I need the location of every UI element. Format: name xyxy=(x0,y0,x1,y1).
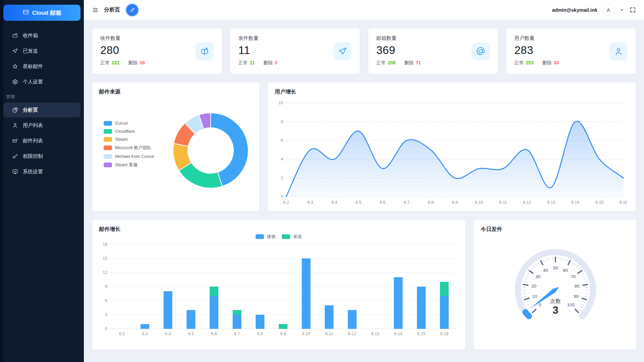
legend-item[interactable]: Cursor xyxy=(104,121,169,126)
sidebar-item-收件箱[interactable]: 收件箱 xyxy=(3,28,80,43)
bar-legend: 接收发送 xyxy=(99,234,459,240)
svg-text:6.10: 6.10 xyxy=(475,200,483,205)
sidebar-item-label: 收件箱 xyxy=(23,33,38,39)
svg-text:6.7: 6.7 xyxy=(234,331,240,336)
legend-item[interactable]: 接收 xyxy=(256,234,276,240)
legend-label: Steam xyxy=(115,137,128,142)
svg-text:10: 10 xyxy=(532,294,537,299)
dashboard-screen: Cloud 邮箱 收件箱已发送星标邮件个人设置管理分析页用户列表邮件列表权限控制… xyxy=(0,0,644,362)
stat-sub: 正常222 删除58 xyxy=(100,60,145,66)
content: 收件数量 280 正常222 删除58 发件数量 11 正常1 xyxy=(84,20,644,362)
stat-card-inbox: 收件数量 280 正常222 删除58 xyxy=(92,28,222,74)
svg-text:6.8: 6.8 xyxy=(428,200,433,205)
page-title: 分析页 xyxy=(104,6,120,13)
legend-swatch xyxy=(104,154,112,159)
svg-text:18: 18 xyxy=(103,242,107,247)
svg-text:0: 0 xyxy=(105,326,107,331)
mail-growth-bar-chart[interactable]: 03691215186.26.36.46.56.66.76.86.96.106.… xyxy=(99,241,459,338)
legend-swatch xyxy=(104,121,112,126)
sidebar: Cloud 邮箱 收件箱已发送星标邮件个人设置管理分析页用户列表邮件列表权限控制… xyxy=(0,0,84,362)
donut-legend: CursorCloudflareSteamMicrosoft 帐户团队Micha… xyxy=(99,119,169,181)
svg-text:90: 90 xyxy=(574,294,579,299)
chart-title: 用户增长 xyxy=(275,88,629,96)
sidebar-item-权限控制[interactable]: 权限控制 xyxy=(3,149,80,164)
user-email: admin@skymail.ink xyxy=(552,7,597,13)
stat-sub: 正常11 删除0 xyxy=(238,60,278,66)
stat-value: 280 xyxy=(100,44,145,57)
main-area: 分析页 admin@skymail.ink A 收件数量 280 正常222 删… xyxy=(84,0,644,362)
stat-value: 283 xyxy=(515,44,559,57)
svg-text:30: 30 xyxy=(535,274,540,279)
mail-list-icon xyxy=(12,138,18,144)
svg-text:6.4: 6.4 xyxy=(331,200,337,205)
svg-text:40: 40 xyxy=(543,267,548,273)
stat-label: 邮箱数量 xyxy=(376,35,421,42)
sidebar-menu: 收件箱已发送星标邮件个人设置管理分析页用户列表邮件列表权限控制系统设置 xyxy=(0,28,84,179)
sidebar-item-label: 个人设置 xyxy=(23,79,43,85)
sidebar-item-label: 邮件列表 xyxy=(23,138,43,144)
legend-item[interactable]: Cloudflare xyxy=(104,129,169,134)
stat-label: 用户数量 xyxy=(515,35,559,42)
svg-text:6.12: 6.12 xyxy=(348,331,356,336)
mailbox-icon xyxy=(196,42,214,60)
charts-row-3: 邮件增长 接收发送 03691215186.26.36.46.56.66.76.… xyxy=(92,220,636,350)
user-growth-line-chart[interactable]: 02468106.26.36.46.56.66.76.86.96.106.116… xyxy=(275,98,627,207)
stat-card-mailboxes: 邮箱数量 369 正常298 删除71 xyxy=(368,28,498,74)
legend-swatch xyxy=(256,234,264,239)
stat-sub: 正常298 删除71 xyxy=(376,60,421,66)
svg-text:6.16: 6.16 xyxy=(620,200,627,205)
svg-text:6.6: 6.6 xyxy=(380,200,385,205)
stat-value: 11 xyxy=(238,44,278,57)
legend-label: 接收 xyxy=(267,234,276,240)
fullscreen-icon[interactable] xyxy=(630,7,636,13)
svg-text:6.8: 6.8 xyxy=(257,331,263,336)
sidebar-item-已发送[interactable]: 已发送 xyxy=(3,44,80,58)
topbar: 分析页 admin@skymail.ink A xyxy=(84,0,644,20)
app-logo-button[interactable]: Cloud 邮箱 xyxy=(3,5,80,21)
stat-sub: 正常253 删除30 xyxy=(515,60,559,66)
svg-text:6.12: 6.12 xyxy=(523,200,531,205)
stat-value: 369 xyxy=(376,44,421,57)
svg-text:6.11: 6.11 xyxy=(325,331,333,336)
svg-text:6.14: 6.14 xyxy=(394,331,402,336)
svg-text:6: 6 xyxy=(105,298,107,303)
legend-label: Cursor xyxy=(115,121,128,126)
sidebar-item-星标邮件[interactable]: 星标邮件 xyxy=(3,59,80,74)
sidebar-item-邮件列表[interactable]: 邮件列表 xyxy=(3,133,80,148)
svg-text:6.6: 6.6 xyxy=(211,331,217,336)
legend-item[interactable]: Microsoft 帐户团队 xyxy=(104,145,169,151)
edit-page-button[interactable] xyxy=(126,4,138,16)
sidebar-item-用户列表[interactable]: 用户列表 xyxy=(3,118,80,133)
svg-text:2: 2 xyxy=(281,176,283,180)
key-icon xyxy=(12,153,18,159)
today-sent-gauge-chart[interactable]: 0102030405060708090100次数3 xyxy=(481,239,630,338)
collapse-sidebar-icon[interactable] xyxy=(92,7,99,13)
svg-text:6.2: 6.2 xyxy=(119,331,125,336)
legend-swatch xyxy=(104,145,112,150)
sidebar-item-分析页[interactable]: 分析页 xyxy=(3,103,80,117)
legend-item[interactable]: Steam 客服 xyxy=(104,162,169,168)
svg-text:6.7: 6.7 xyxy=(404,200,410,205)
svg-text:6.11: 6.11 xyxy=(499,200,507,205)
at-icon xyxy=(472,42,490,60)
legend-item[interactable]: Michael from Cursor xyxy=(104,154,169,159)
svg-text:4: 4 xyxy=(281,157,283,162)
legend-item[interactable]: Steam xyxy=(104,137,169,142)
chart-title: 邮件来源 xyxy=(99,88,253,96)
svg-text:8: 8 xyxy=(281,119,283,124)
sidebar-item-系统设置[interactable]: 系统设置 xyxy=(3,164,80,179)
monitor-icon xyxy=(12,169,18,175)
svg-text:6.4: 6.4 xyxy=(165,331,171,336)
mail-growth-card: 邮件增长 接收发送 03691215186.26.36.46.56.66.76.… xyxy=(92,220,466,350)
svg-text:6.13: 6.13 xyxy=(547,200,555,205)
svg-text:9: 9 xyxy=(105,284,107,289)
legend-item[interactable]: 发送 xyxy=(282,234,302,240)
svg-text:6.3: 6.3 xyxy=(142,331,148,336)
avatar[interactable]: A xyxy=(603,4,614,16)
user-icon xyxy=(12,122,18,128)
mail-source-donut-chart[interactable] xyxy=(169,109,253,192)
caret-down-icon[interactable] xyxy=(620,8,624,12)
sidebar-item-个人设置[interactable]: 个人设置 xyxy=(3,74,80,89)
legend-label: Microsoft 帐户团队 xyxy=(115,145,151,151)
svg-text:6: 6 xyxy=(281,138,283,143)
